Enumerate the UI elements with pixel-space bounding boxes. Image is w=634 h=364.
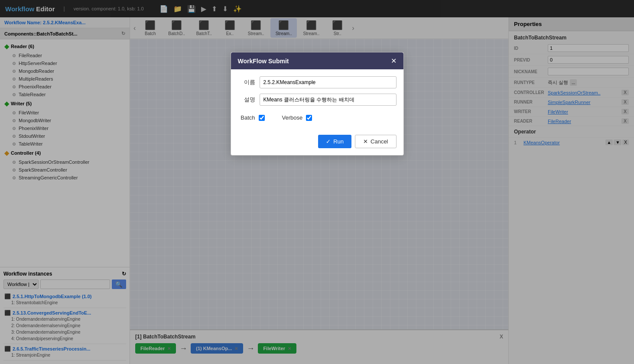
modal-header: WorkFlow Submit ✕ bbox=[231, 52, 403, 69]
run-label: Run bbox=[333, 138, 344, 145]
modal-desc-input[interactable] bbox=[260, 94, 397, 106]
modal-name-input[interactable] bbox=[260, 76, 397, 88]
verbose-checkbox-label: Verbose bbox=[282, 114, 303, 121]
checkmark-icon: ✓ bbox=[326, 138, 331, 145]
modal-close-button[interactable]: ✕ bbox=[391, 57, 397, 65]
modal-footer: ✓ Run ✕ Cancel bbox=[238, 131, 397, 148]
modal-name-row: 이름 bbox=[238, 76, 397, 88]
modal-body: 이름 설명 Batch Verbose ✓ Run bbox=[231, 69, 403, 155]
modal-title: WorkFlow Submit bbox=[238, 58, 289, 65]
verbose-checkbox-item: Verbose bbox=[282, 114, 312, 121]
cancel-label: Cancel bbox=[371, 138, 388, 145]
batch-checkbox-label: Batch bbox=[238, 114, 255, 121]
cancel-button[interactable]: ✕ Cancel bbox=[355, 135, 396, 148]
x-icon: ✕ bbox=[363, 138, 368, 145]
modal-desc-row: 설명 bbox=[238, 94, 397, 106]
modal-desc-label: 설명 bbox=[238, 96, 255, 104]
modal-name-label: 이름 bbox=[238, 78, 255, 86]
modal-checkbox-group: Batch Verbose bbox=[238, 111, 397, 124]
verbose-checkbox[interactable] bbox=[306, 115, 312, 121]
batch-checkbox-item: Batch bbox=[238, 114, 265, 121]
batch-checkbox[interactable] bbox=[259, 115, 265, 121]
run-button[interactable]: ✓ Run bbox=[318, 135, 351, 148]
modal-overlay: WorkFlow Submit ✕ 이름 설명 Batch Verbose bbox=[0, 0, 634, 364]
workflow-submit-modal: WorkFlow Submit ✕ 이름 설명 Batch Verbose bbox=[231, 52, 404, 156]
